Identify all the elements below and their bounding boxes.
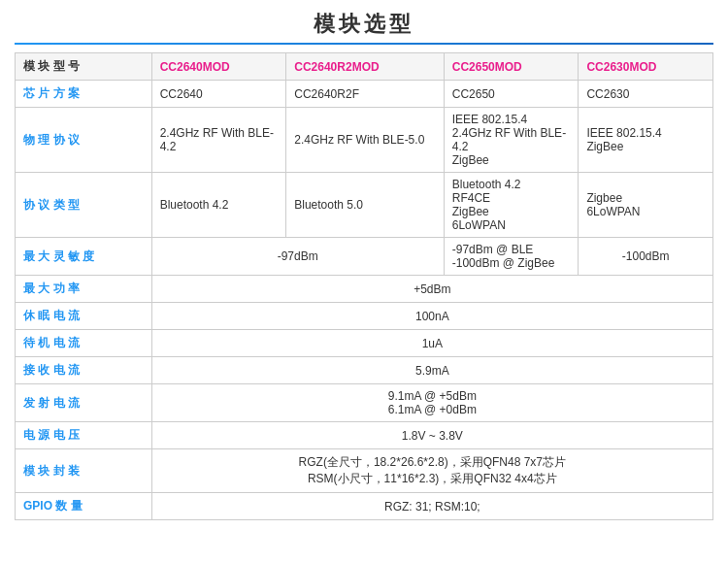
cell-col3: -97dBm @ BLE-100dBm @ ZigBee [444,238,579,276]
row-label-cell: 芯 片 方 案 [16,81,152,108]
table-row: 最 大 功 率+5dBm [16,276,713,303]
table-wrapper: 模 块 型 号 CC2640MOD CC2640R2MOD CC2650MOD … [15,52,713,520]
merged-cell-1234: +5dBm [151,276,712,303]
row-label-cell: GPIO 数 量 [16,493,152,520]
row-label-cell: 待 机 电 流 [16,330,152,357]
header-row: 模 块 型 号 CC2640MOD CC2640R2MOD CC2650MOD … [16,53,713,81]
row-label-cell: 电 源 电 压 [16,422,152,449]
col3-label: CC2650MOD [452,60,522,74]
merged-cell-1234: RGZ: 31; RSM:10; [151,493,712,520]
merged-cell-12: -97dBm [151,238,444,276]
title-section: 模块选型 [15,10,713,45]
page-wrapper: 模块选型 模 块 型 号 CC2640MOD CC2640R2MOD CC265… [0,0,728,530]
cell-col4: CC2630 [579,81,713,108]
col4-label: CC2630MOD [586,60,656,74]
cell-col3: IEEE 802.15.42.4GHz RF With BLE-4.2ZigBe… [444,108,579,173]
header-col3: CC2650MOD [444,53,579,81]
merged-cell-1234: RGZ(全尺寸，18.2*26.6*2.8)，采用QFN48 7x7芯片RSM(… [151,449,712,493]
row-label-cell: 物 理 协 议 [16,108,152,173]
table-row: 休 眠 电 流100nA [16,303,713,330]
row-label-cell: 最 大 灵 敏 度 [16,238,152,276]
table-row: 模 块 封 装RGZ(全尺寸，18.2*26.6*2.8)，采用QFN48 7x… [16,449,713,493]
cell-col2: 2.4GHz RF With BLE-5.0 [286,108,445,173]
row-label-cell: 协 议 类 型 [16,173,152,238]
table-row: 待 机 电 流1uA [16,330,713,357]
title-underline [15,43,713,45]
merged-cell-1234: 5.9mA [151,357,712,384]
row-label-cell: 最 大 功 率 [16,276,152,303]
merged-cell-1234: 100nA [151,303,712,330]
merged-cell-1234: 1.8V ~ 3.8V [151,422,712,449]
cell-col4: Zigbee6LoWPAN [579,173,713,238]
header-col0: 模 块 型 号 [16,53,152,81]
row-label-cell: 接 收 电 流 [16,357,152,384]
row-label-cell: 模 块 封 装 [16,449,152,493]
table-row: 协 议 类 型Bluetooth 4.2Bluetooth 5.0Bluetoo… [16,173,713,238]
header-col1: CC2640MOD [151,53,286,81]
page-title: 模块选型 [15,10,713,39]
table-row: 电 源 电 压1.8V ~ 3.8V [16,422,713,449]
cell-col1: 2.4GHz RF With BLE-4.2 [151,108,286,173]
cell-col4: IEEE 802.15.4ZigBee [579,108,713,173]
table-row: 发 射 电 流9.1mA @ +5dBm6.1mA @ +0dBm [16,384,713,422]
table-row: 芯 片 方 案CC2640CC2640R2FCC2650CC2630 [16,81,713,108]
main-table: 模 块 型 号 CC2640MOD CC2640R2MOD CC2650MOD … [15,52,713,520]
row-label-cell: 发 射 电 流 [16,384,152,422]
col2-label: CC2640R2MOD [294,60,379,74]
table-body: 芯 片 方 案CC2640CC2640R2FCC2650CC2630物 理 协 … [16,81,713,520]
table-row: 物 理 协 议2.4GHz RF With BLE-4.22.4GHz RF W… [16,108,713,173]
header-col4: CC2630MOD [579,53,713,81]
merged-cell-1234: 9.1mA @ +5dBm6.1mA @ +0dBm [151,384,712,422]
table-row: 接 收 电 流5.9mA [16,357,713,384]
header-col2: CC2640R2MOD [286,53,445,81]
cell-col1: CC2640 [151,81,286,108]
cell-col1: Bluetooth 4.2 [151,173,286,238]
cell-col4: -100dBm [579,238,713,276]
cell-col2: CC2640R2F [286,81,445,108]
col1-label: CC2640MOD [160,60,230,74]
row-label-cell: 休 眠 电 流 [16,303,152,330]
cell-col3: Bluetooth 4.2RF4CEZigBee6LoWPAN [444,173,579,238]
merged-cell-1234: 1uA [151,330,712,357]
cell-col3: CC2650 [444,81,579,108]
cell-col2: Bluetooth 5.0 [286,173,445,238]
table-row: GPIO 数 量RGZ: 31; RSM:10; [16,493,713,520]
table-row: 最 大 灵 敏 度-97dBm-97dBm @ BLE-100dBm @ Zig… [16,238,713,276]
